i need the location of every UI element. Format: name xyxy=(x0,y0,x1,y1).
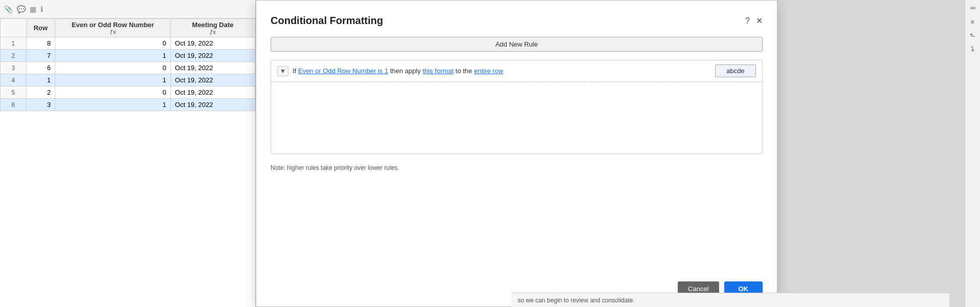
cell-meeting-date: Oct 19, 2022 xyxy=(171,62,255,74)
cell-row: 3 xyxy=(26,99,55,111)
close-icon[interactable]: ✕ xyxy=(756,16,763,26)
toolbar: 📎 💬 ▦ ℹ xyxy=(0,0,255,18)
sidebar-icon-lines[interactable]: ≡ xyxy=(969,20,976,24)
right-sidebar: ✏ ≡ ↱ ↩ xyxy=(965,0,980,307)
dialog-header-icons: ? ✕ xyxy=(745,16,763,26)
bottom-bar: so we can begin to review and consolidat… xyxy=(511,293,949,307)
cell-rownum: 2 xyxy=(1,50,27,62)
cell-meeting-date: Oct 19, 2022 xyxy=(171,50,255,62)
cell-even-odd: 0 xyxy=(55,37,171,50)
cell-rownum: 3 xyxy=(1,62,27,74)
sidebar-icon-pencil[interactable]: ✏ xyxy=(969,4,976,12)
cell-row: 7 xyxy=(26,50,55,62)
cell-meeting-date: Oct 19, 2022 xyxy=(171,99,255,111)
rule-container: ▼ If Even or Odd Row Number is 1 then ap… xyxy=(271,60,763,154)
rule-text: If Even or Odd Row Number is 1 then appl… xyxy=(293,67,711,75)
cell-rownum: 4 xyxy=(1,74,27,86)
rule-format-link[interactable]: this format xyxy=(422,67,454,75)
cell-even-odd: 0 xyxy=(55,62,171,74)
info-icon[interactable]: ℹ xyxy=(40,5,43,13)
rule-expand-icon[interactable]: ▼ xyxy=(277,66,288,76)
cell-rownum: 1 xyxy=(1,37,27,50)
dialog-header: Conditional Formatting ? ✕ xyxy=(271,15,763,27)
table-row: 2 7 1 Oct 19, 2022 xyxy=(1,50,255,62)
rule-preview[interactable]: abcde xyxy=(715,64,756,77)
rule-to-text: to the xyxy=(454,67,474,75)
rule-then-text: then apply xyxy=(388,67,422,75)
rule-if-text: If xyxy=(293,67,298,75)
sheet-table: Row Even or Odd Row Number ƒx Meeting Da… xyxy=(0,18,255,307)
cell-rownum: 5 xyxy=(1,86,27,99)
col-header-row: Row xyxy=(26,19,55,37)
note-text: Note: higher rules take priority over lo… xyxy=(271,164,763,171)
cell-even-odd: 1 xyxy=(55,50,171,62)
cell-even-odd: 1 xyxy=(55,74,171,86)
cell-meeting-date: Oct 19, 2022 xyxy=(171,86,255,99)
chat-icon[interactable]: 💬 xyxy=(17,5,26,13)
rule-scope-link[interactable]: entire row xyxy=(474,67,503,75)
cell-meeting-date: Oct 19, 2022 xyxy=(171,74,255,86)
col-header-even-odd: Even or Odd Row Number ƒx xyxy=(55,19,171,37)
cell-even-odd: 1 xyxy=(55,99,171,111)
sidebar-icon-arrow1[interactable]: ↱ xyxy=(969,32,976,38)
cell-row: 2 xyxy=(26,86,55,99)
table-row: 3 6 0 Oct 19, 2022 xyxy=(1,62,255,74)
bottom-bar-text: so we can begin to review and consolidat… xyxy=(518,297,635,304)
cell-rownum: 6 xyxy=(1,99,27,111)
cell-row: 8 xyxy=(26,37,55,50)
dialog-overlay: Conditional Formatting ? ✕ Add New Rule … xyxy=(256,0,965,307)
sidebar-icon-arrow2[interactable]: ↩ xyxy=(969,46,976,52)
conditional-formatting-dialog: Conditional Formatting ? ✕ Add New Rule … xyxy=(256,0,777,307)
rule-condition-link[interactable]: Even or Odd Row Number is 1 xyxy=(298,67,388,75)
paperclip-icon[interactable]: 📎 xyxy=(4,5,13,13)
help-icon[interactable]: ? xyxy=(745,16,750,26)
table-row: 5 2 0 Oct 19, 2022 xyxy=(1,86,255,99)
col-header-rownum xyxy=(1,19,27,37)
cell-row: 1 xyxy=(26,74,55,86)
table-row: 1 8 0 Oct 19, 2022 xyxy=(1,37,255,50)
cell-row: 6 xyxy=(26,62,55,74)
col-header-meeting: Meeting Date ƒx xyxy=(171,19,255,37)
dialog-title: Conditional Formatting xyxy=(271,15,383,27)
rule-empty-area xyxy=(271,82,762,154)
table-row: 6 3 1 Oct 19, 2022 xyxy=(1,99,255,111)
cell-meeting-date: Oct 19, 2022 xyxy=(171,37,255,50)
rule-row: ▼ If Even or Odd Row Number is 1 then ap… xyxy=(271,60,762,82)
spreadsheet-panel: 📎 💬 ▦ ℹ Row Even or Odd Row Number ƒx xyxy=(0,0,256,307)
table-row: 4 1 1 Oct 19, 2022 xyxy=(1,74,255,86)
cell-even-odd: 0 xyxy=(55,86,171,99)
add-new-rule-button[interactable]: Add New Rule xyxy=(271,37,763,52)
table-icon[interactable]: ▦ xyxy=(30,5,36,13)
